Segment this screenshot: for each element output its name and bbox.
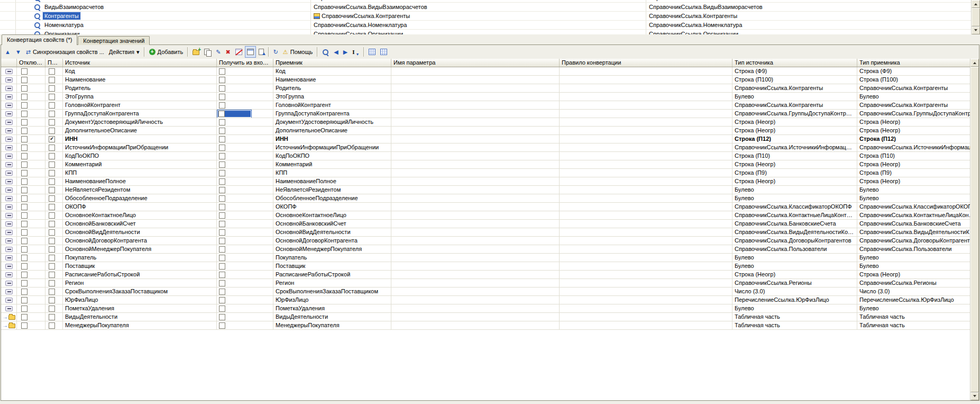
search-cell[interactable] <box>45 76 63 84</box>
search-checkbox[interactable] <box>49 111 55 117</box>
get-from-input-cell[interactable] <box>217 101 273 109</box>
parameter-name-cell[interactable] <box>391 118 560 126</box>
get-from-input-checkbox[interactable] <box>219 238 225 244</box>
get-from-input-cell[interactable] <box>217 118 273 126</box>
copy-button[interactable] <box>202 46 213 58</box>
parameter-name-cell[interactable] <box>391 220 560 228</box>
property-row[interactable]: ОсновнойДоговорКонтрагентаОсновнойДогово… <box>1 237 979 245</box>
source-type-cell[interactable]: Булево <box>732 93 857 101</box>
property-row[interactable]: ОсновнойБанковскийСчетОсновнойБанковский… <box>1 220 979 228</box>
source-type-cell[interactable]: Булево <box>732 304 857 312</box>
search-checkbox[interactable] <box>49 153 55 159</box>
get-from-input-cell[interactable] <box>217 143 273 151</box>
object-name-cell[interactable]: Контрагенты <box>16 12 311 20</box>
source-type-cell[interactable]: СправочникСсылка.БанковскиеСчета <box>732 220 857 228</box>
source-cell[interactable]: НаименованиеПолное <box>63 177 217 185</box>
search-cell[interactable] <box>45 228 63 236</box>
property-row[interactable]: КодПоОКПОКодПоОКПОСтрока (П10)Строка (П1… <box>1 152 979 160</box>
disable-checkbox[interactable] <box>21 246 28 253</box>
search-cell[interactable]: ✔ <box>45 135 63 143</box>
search-checkbox[interactable] <box>49 68 55 75</box>
get-from-input-cell[interactable] <box>217 135 273 143</box>
parameter-name-cell[interactable] <box>391 228 560 236</box>
conversion-rule-cell[interactable] <box>560 186 732 194</box>
receiver-cell[interactable]: ОКОПФ <box>273 203 391 211</box>
conversion-rule-cell[interactable] <box>560 279 732 287</box>
search-cell[interactable] <box>45 245 63 253</box>
receiver-type-cell[interactable]: СправочникСсылка.ДоговорыКонтрагентов <box>857 237 979 245</box>
disable-checkbox[interactable] <box>21 306 28 312</box>
disable-checkbox[interactable] <box>21 145 28 151</box>
parameter-name-cell[interactable] <box>391 143 560 151</box>
scrollbar-track[interactable] <box>970 67 979 392</box>
search-cell[interactable] <box>45 84 63 92</box>
search-checkbox[interactable] <box>49 255 55 261</box>
receiver-cell[interactable]: СрокВыполненияЗаказаПоставщиком <box>273 288 391 295</box>
object-source-type-cell[interactable]: СправочникСсылка.ВидыВзаиморасчетов <box>311 3 646 11</box>
source-type-cell[interactable]: ПеречислениеСсылка.ЮрФизЛицо <box>732 296 857 304</box>
object-target-type-cell[interactable]: СправочникСсылка.ВидыВзаиморасчетов <box>646 3 971 11</box>
get-from-input-checkbox[interactable] <box>219 119 225 125</box>
get-from-input-cell[interactable] <box>217 177 273 185</box>
source-type-cell[interactable]: Строка (Неогр) <box>732 160 857 168</box>
conversion-rule-cell[interactable] <box>560 194 732 202</box>
get-from-input-cell[interactable] <box>217 296 273 304</box>
disable-checkbox[interactable] <box>21 212 28 219</box>
search-cell[interactable] <box>45 288 63 295</box>
disable-checkbox[interactable] <box>21 68 28 75</box>
search-checkbox[interactable] <box>49 314 55 320</box>
source-type-cell[interactable]: Строка (Ф9) <box>732 67 857 75</box>
disable-cell[interactable] <box>17 313 45 321</box>
search-checkbox[interactable] <box>49 85 55 92</box>
get-from-input-cell[interactable] <box>217 127 273 134</box>
source-type-cell[interactable]: Строка (Неогр) <box>732 118 857 126</box>
add-group-button[interactable] <box>190 46 202 58</box>
property-row[interactable]: ОКОПФОКОПФСправочникСсылка.Классификатор… <box>1 203 979 211</box>
parameter-name-cell[interactable] <box>391 262 560 270</box>
disable-cell[interactable] <box>17 135 45 143</box>
source-cell[interactable]: ОсновнойБанковскийСчет <box>63 220 217 228</box>
sync-properties-button[interactable]: ⇄Синхронизация свойств ... <box>24 46 106 58</box>
parameter-name-cell[interactable] <box>391 211 560 219</box>
receiver-cell[interactable]: ПометкаУдаления <box>273 304 391 312</box>
disable-checkbox[interactable] <box>21 322 28 329</box>
search-checkbox[interactable] <box>49 195 55 202</box>
get-from-input-checkbox[interactable] <box>219 145 225 151</box>
conversion-rule-cell[interactable] <box>560 93 732 101</box>
scrollbar-track[interactable] <box>972 8 980 26</box>
get-from-input-cell[interactable] <box>217 76 273 84</box>
search-cell[interactable] <box>45 220 63 228</box>
property-row[interactable]: →МенеджерыПокупателяМенеджерыПокупателяТ… <box>1 321 979 330</box>
object-name-cell[interactable]: Банки <box>16 0 311 2</box>
search-cell[interactable] <box>45 93 63 101</box>
property-row[interactable]: РасписаниеРаботыСтрокойРасписаниеРаботыС… <box>1 271 979 279</box>
disable-checkbox[interactable] <box>21 119 28 125</box>
receiver-cell[interactable]: ДокументУдостоверяющийЛичность <box>273 118 391 126</box>
source-cell[interactable]: РасписаниеРаботыСтрокой <box>63 271 217 279</box>
receiver-type-cell[interactable]: СправочникСсылка.БанковскиеСчета <box>857 220 979 228</box>
search-cell[interactable] <box>45 203 63 211</box>
property-row[interactable]: ЮрФизЛицоЮрФизЛицоПеречислениеСсылка.ЮрФ… <box>1 296 979 304</box>
get-from-input-checkbox[interactable] <box>219 229 225 236</box>
receiver-type-cell[interactable]: Строка (Неогр) <box>857 160 979 168</box>
search-cell[interactable] <box>45 262 63 270</box>
get-from-input-cell[interactable] <box>217 211 273 219</box>
search-cell[interactable] <box>45 194 63 202</box>
object-rule-row[interactable]: НоменклатураСправочникСсылка.Номенклатур… <box>0 21 971 30</box>
conversion-rule-cell[interactable] <box>560 127 732 134</box>
source-cell[interactable]: ОсновнойДоговорКонтрагента <box>63 237 217 245</box>
parameter-name-cell[interactable] <box>391 160 560 168</box>
receiver-type-cell[interactable]: СправочникСсылка.ВидыДеятельностиКонтраг… <box>857 228 979 236</box>
search-checkbox[interactable] <box>49 322 55 329</box>
get-from-input-checkbox[interactable] <box>218 111 225 117</box>
disable-checkbox[interactable] <box>21 314 28 320</box>
source-type-cell[interactable]: СправочникСсылка.ГруппыДоступаКонтрагент… <box>732 110 857 118</box>
search-cell[interactable] <box>45 186 63 194</box>
receiver-cell[interactable]: КПП <box>273 169 391 177</box>
parameter-name-cell[interactable] <box>391 203 560 211</box>
receiver-cell[interactable]: ОсновнойВидДеятельности <box>273 228 391 236</box>
receiver-cell[interactable]: ОсновнойМенеджерПокупателя <box>273 245 391 253</box>
source-type-cell[interactable]: Булево <box>732 186 857 194</box>
scroll-up-button[interactable] <box>970 59 979 67</box>
get-from-input-checkbox[interactable] <box>219 102 225 109</box>
